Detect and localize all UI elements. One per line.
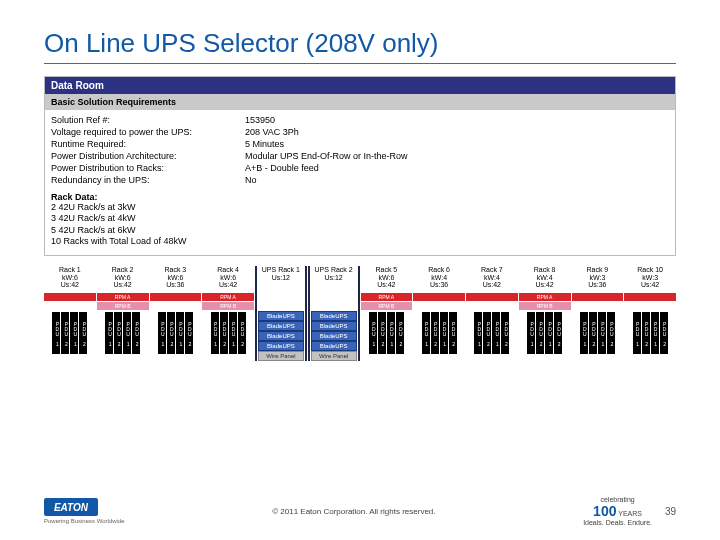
bus-a	[310, 293, 358, 301]
req-value: Modular UPS End-Of-Row or In-the-Row	[245, 150, 412, 162]
pdu: PDU 1	[474, 312, 482, 354]
requirements-table: Solution Ref #:153950Voltage required to…	[51, 114, 412, 186]
anniversary-badge: celebrating 100 YEARS Ideals. Deals. End…	[583, 496, 652, 526]
rack-header: Rack 4kW:6Us:42	[202, 266, 254, 292]
rack-header: Rack 10kW:3Us:42	[624, 266, 676, 292]
pdu: PDU 1	[633, 312, 641, 354]
rack-header: UPS Rack 1Us:12	[257, 266, 305, 292]
wire-panel: Wire Panel	[258, 351, 304, 361]
pdu-row: PDU 1PDU 2PDU 1PDU 2	[519, 311, 571, 354]
bus-b: RPM B	[519, 302, 571, 310]
pdu: PDU 2	[185, 312, 193, 354]
pdu: PDU 1	[440, 312, 448, 354]
pdu: PDU 1	[369, 312, 377, 354]
bus-b	[44, 302, 96, 310]
req-value: 5 Minutes	[245, 138, 412, 150]
pdu-row: PDU 1PDU 2PDU 1PDU 2	[572, 311, 624, 354]
rack-diagram: Rack 1kW:6Us:42PDU 1PDU 2PDU 1PDU 2Rack …	[44, 266, 676, 361]
blade-ups: BladeUPS	[311, 331, 357, 341]
bus-b	[150, 302, 202, 310]
blade-ups: BladeUPS	[311, 321, 357, 331]
pdu: PDU 2	[554, 312, 562, 354]
rack-column: Rack 3kW:6Us:36PDU 1PDU 2PDU 1PDU 2	[150, 266, 202, 361]
pdu-row: PDU 1PDU 2PDU 1PDU 2	[624, 311, 676, 354]
rack-column: Rack 10kW:3Us:42PDU 1PDU 2PDU 1PDU 2	[624, 266, 676, 361]
pdu: PDU 1	[598, 312, 606, 354]
pdu: PDU 2	[220, 312, 228, 354]
pdu: PDU 2	[536, 312, 544, 354]
pdu: PDU 1	[158, 312, 166, 354]
rack-header: Rack 1kW:6Us:42	[44, 266, 96, 292]
rack-header: Rack 6kW:4Us:36	[413, 266, 465, 292]
bus-b	[413, 302, 465, 310]
rack-header: Rack 8kW:4Us:42	[519, 266, 571, 292]
req-label: Power Distribution Architecture:	[51, 150, 245, 162]
bus-b	[572, 302, 624, 310]
rack-line: 3 42U Rack/s at 4kW	[51, 213, 669, 224]
pdu: PDU 2	[167, 312, 175, 354]
pdu: PDU 2	[132, 312, 140, 354]
panel-header: Data Room	[45, 77, 675, 94]
logo-tagline: Powering Business Worldwide	[44, 518, 125, 524]
bus-a	[257, 293, 305, 301]
pdu-row: PDU 1PDU 2PDU 1PDU 2	[97, 311, 149, 354]
pdu: PDU 2	[449, 312, 457, 354]
rack-header: Rack 5kW:6Us:42	[361, 266, 413, 292]
pdu-row: PDU 1PDU 2PDU 1PDU 2	[202, 311, 254, 354]
rack-column: Rack 9kW:3Us:36PDU 1PDU 2PDU 1PDU 2	[572, 266, 624, 361]
bus-a: RPM A	[519, 293, 571, 301]
pdu: PDU 2	[483, 312, 491, 354]
req-value: A+B - Double feed	[245, 162, 412, 174]
req-value: 208 VAC 3Ph	[245, 126, 412, 138]
pdu: PDU 1	[527, 312, 535, 354]
ups-rack-column: UPS Rack 1Us:12BladeUPSBladeUPSBladeUPSB…	[255, 266, 307, 361]
rack-header: Rack 2kW:6Us:42	[97, 266, 149, 292]
blade-ups: BladeUPS	[311, 311, 357, 321]
bus-b	[257, 302, 305, 310]
blade-ups: BladeUPS	[258, 331, 304, 341]
pdu: PDU 1	[70, 312, 78, 354]
pdu: PDU 2	[61, 312, 69, 354]
eaton-logo: EATON	[44, 498, 98, 516]
pdu: PDU 2	[431, 312, 439, 354]
anniv-number: 100	[593, 503, 616, 519]
rack-header: Rack 7kW:4Us:42	[466, 266, 518, 292]
rack-header: Rack 3kW:6Us:36	[150, 266, 202, 292]
bus-b: RPM B	[202, 302, 254, 310]
req-label: Runtime Required:	[51, 138, 245, 150]
bus-b	[466, 302, 518, 310]
pdu-row: PDU 1PDU 2PDU 1PDU 2	[413, 311, 465, 354]
wire-panel: Wire Panel	[311, 351, 357, 361]
pdu: PDU 2	[396, 312, 404, 354]
bus-b: RPM B	[97, 302, 149, 310]
bus-a	[572, 293, 624, 301]
bus-a	[413, 293, 465, 301]
pdu-row: PDU 1PDU 2PDU 1PDU 2	[361, 311, 413, 354]
anniv-top: celebrating	[583, 496, 652, 503]
pdu: PDU 1	[229, 312, 237, 354]
rack-column: Rack 1kW:6Us:42PDU 1PDU 2PDU 1PDU 2	[44, 266, 96, 361]
req-value: 153950	[245, 114, 412, 126]
pdu: PDU 2	[114, 312, 122, 354]
pdu: PDU 2	[607, 312, 615, 354]
pdu: PDU 1	[651, 312, 659, 354]
panel-subheader: Basic Solution Requirements	[45, 94, 675, 110]
pdu: PDU 1	[422, 312, 430, 354]
pdu-row: PDU 1PDU 2PDU 1PDU 2	[44, 311, 96, 354]
pdu-row: PDU 1PDU 2PDU 1PDU 2	[150, 311, 202, 354]
pdu: PDU 2	[238, 312, 246, 354]
blade-ups: BladeUPS	[258, 341, 304, 351]
bus-b	[310, 302, 358, 310]
blade-ups: BladeUPS	[258, 321, 304, 331]
rack-column: Rack 8kW:4Us:42RPM ARPM BPDU 1PDU 2PDU 1…	[519, 266, 571, 361]
anniv-unit: YEARS	[618, 510, 642, 517]
bus-a: RPM A	[202, 293, 254, 301]
rack-line: 2 42U Rack/s at 3kW	[51, 202, 669, 213]
rack-column: Rack 6kW:4Us:36PDU 1PDU 2PDU 1PDU 2	[413, 266, 465, 361]
bus-a	[624, 293, 676, 301]
rack-column: Rack 2kW:6Us:42RPM ARPM BPDU 1PDU 2PDU 1…	[97, 266, 149, 361]
bus-b	[624, 302, 676, 310]
page-number: 39	[652, 506, 676, 517]
ups-rack-column: UPS Rack 2Us:12BladeUPSBladeUPSBladeUPSB…	[308, 266, 360, 361]
bus-b: RPM B	[361, 302, 413, 310]
